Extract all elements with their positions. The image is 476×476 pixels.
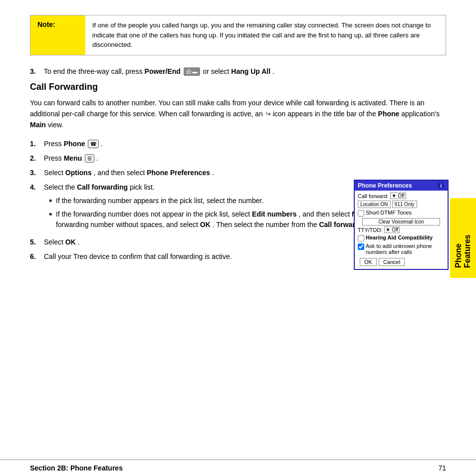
- step3-select: Select: [44, 169, 65, 177]
- bullet-mark-2: ■: [49, 210, 52, 230]
- intro-phone-bold: Phone: [378, 110, 400, 118]
- step-num-3: 3.: [30, 168, 44, 178]
- popup-title: Phone Preferences: [358, 182, 412, 189]
- step-num-6: 6.: [30, 251, 44, 262]
- popup-location-911-btn[interactable]: 911 Only: [392, 201, 417, 208]
- popup-title-bar: Phone Preferences i: [355, 181, 448, 191]
- step-content-2: Press Menu ☰ .: [44, 153, 446, 164]
- step-2: 2. Press Menu ☰ .: [30, 153, 446, 164]
- hang-up-all: Hang Up All: [231, 67, 270, 75]
- phone-preferences-popup: Phone Preferences i Call forward: ▼ Off …: [354, 180, 449, 270]
- step3-dot: .: [212, 169, 214, 177]
- bottom-section-label: Section 2B: Phone Features: [30, 464, 123, 472]
- step-num-1: 1.: [30, 139, 44, 149]
- phone-key-icon: ☎: [88, 140, 99, 148]
- intro-text4: view.: [48, 121, 63, 129]
- popup-tty-dropdown[interactable]: ▼ Off: [384, 227, 400, 233]
- intro-main-bold: Main: [30, 121, 46, 129]
- step-num-3-top: 3.: [30, 66, 44, 77]
- popup-clearvoicemail-btn[interactable]: Clear Voicemail Icon: [362, 218, 441, 226]
- step5-select: Select: [44, 238, 65, 246]
- step5-suffix: .: [78, 238, 80, 246]
- popup-tty-row: TTY/TDD: ▼ Off: [358, 227, 445, 233]
- step5-ok-bold: OK: [65, 238, 76, 246]
- step4-select: Select the: [44, 183, 77, 191]
- popup-askunknown-label: Ask to add unknown phone numbers after c…: [366, 243, 445, 255]
- section-intro: You can forward calls to another number.…: [30, 97, 446, 131]
- bullet2-text4: . Then select the number from the: [213, 221, 319, 229]
- step3-suffix: .: [272, 67, 274, 75]
- step-content-3: Select Options , and then select Phone P…: [44, 168, 446, 178]
- note-box: Note: If one of the people you called ha…: [30, 15, 446, 55]
- popup-hearingaid-checkbox[interactable]: [358, 235, 364, 241]
- popup-askunknown-row: Ask to add unknown phone numbers after c…: [358, 243, 445, 255]
- popup-shortdtmf-checkbox[interactable]: [358, 210, 364, 217]
- step3-mid: or select: [203, 67, 231, 75]
- bullet2-editnums-bold: Edit numbers: [252, 210, 296, 218]
- popup-hearingaid-label: Hearing Aid Compatibility: [366, 235, 433, 240]
- popup-callforward-dropdown[interactable]: ▼ Off: [390, 193, 406, 199]
- popup-location-row: Location ON 911 Only: [358, 201, 445, 208]
- note-label: Note:: [30, 15, 85, 55]
- popup-location-on-btn[interactable]: Location ON: [358, 201, 391, 208]
- step-1: 1. Press Phone ☎ .: [30, 139, 446, 149]
- step2-press: Press: [44, 154, 64, 162]
- step1-phone-bold: Phone: [64, 140, 85, 148]
- bottom-bar: Section 2B: Phone Features 71: [0, 460, 476, 476]
- step2-menu-bold: Menu: [64, 154, 82, 162]
- bottom-page-number: 71: [438, 464, 446, 472]
- right-tab: Phone Features: [450, 198, 476, 278]
- popup-callforward-row: Call forward: ▼ Off: [358, 193, 445, 199]
- popup-info-icon: i: [438, 182, 445, 189]
- popup-body: Call forward: ▼ Off Location ON 911 Only…: [355, 191, 448, 269]
- popup-ok-button[interactable]: OK: [360, 258, 377, 266]
- popup-shortdtmf-row: Short DTMF Tones: [358, 210, 445, 217]
- popup-callforward-label: Call forward:: [358, 193, 389, 199]
- popup-tty-label: TTY/TDD:: [358, 227, 383, 233]
- step3-options-bold: Options: [65, 169, 92, 177]
- popup-hearingaid-row: Hearing Aid Compatibility: [358, 235, 445, 241]
- popup-shortdtmf-label: Short DTMF Tones: [366, 210, 412, 216]
- step4-suffix: pick list.: [130, 183, 155, 191]
- bullet2-text2: , and then select: [298, 210, 352, 218]
- step-num-4: 4.: [30, 182, 44, 233]
- bullet2-text1: If the forwarding number does not appear…: [56, 210, 252, 218]
- power-end-icon: ⏻ ▬: [184, 67, 200, 76]
- popup-ok-cancel-row: OK Cancel: [358, 257, 445, 267]
- step-3-top: 3. To end the three-way call, press Powe…: [30, 66, 446, 77]
- popup-cancel-button[interactable]: Cancel: [379, 258, 405, 266]
- step-content-3-top: To end the three-way call, press Power/E…: [44, 66, 446, 77]
- step1-period: .: [101, 140, 103, 148]
- step2-period: .: [96, 154, 98, 162]
- step-content-1: Press Phone ☎ .: [44, 139, 446, 149]
- note-text: If one of the people you called hangs up…: [85, 15, 446, 55]
- fwd-icon: ↵: [265, 108, 271, 119]
- bullet2-ok-bold: OK: [200, 221, 211, 229]
- popup-clearvoicemail-row: Clear Voicemail Icon: [358, 218, 445, 226]
- step4-callforward-bold: Call forwarding: [77, 183, 128, 191]
- section-heading: Call Forwarding: [30, 82, 446, 92]
- intro-text2: icon appears in the title bar of the: [273, 110, 378, 118]
- step-num-2: 2.: [30, 153, 44, 164]
- step3-prefix: To end the three-way call, press: [44, 67, 145, 75]
- bullet-mark-1: ■: [49, 197, 52, 206]
- popup-askunknown-checkbox[interactable]: [358, 243, 364, 250]
- step3-phoneprefs-bold: Phone Preferences: [147, 169, 210, 177]
- step-3: 3. Select Options , and then select Phon…: [30, 168, 446, 178]
- power-end-label: Power/End: [145, 67, 181, 75]
- menu-key-icon: ☰: [85, 154, 94, 163]
- step1-press: Press: [44, 140, 64, 148]
- step3-and: , and then select: [94, 169, 147, 177]
- intro-text3: application's: [401, 110, 440, 118]
- step-num-5: 5.: [30, 237, 44, 247]
